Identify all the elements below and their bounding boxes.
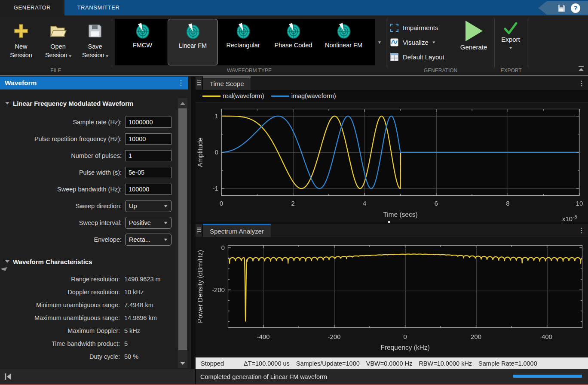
characteristic-row: Time-bandwidth product:5 (0, 337, 178, 350)
tab-transmitter[interactable]: TRANSMITTER (64, 0, 132, 15)
spectrum-tabbar: Spectrum Analyzer ⋮ (196, 224, 588, 237)
waveform-type-nonlinear-fm[interactable]: Nonlinear FM (318, 19, 369, 65)
spectrum-plot[interactable] (196, 237, 588, 357)
field-label: Sweep bandwidth (Hz): (0, 186, 122, 193)
chevron-down-icon[interactable]: ▾ (106, 52, 108, 60)
file-section-label: FILE (0, 66, 112, 75)
parameter-input[interactable] (125, 184, 172, 195)
button-label: Save (77, 42, 113, 51)
visualize-button[interactable]: Visualize ▾ (390, 36, 435, 48)
visualize-icon (390, 38, 398, 46)
layout-grid-icon (390, 53, 398, 61)
export-section-label: EXPORT (495, 66, 527, 75)
button-label: Default Layout (403, 53, 444, 61)
radar-icon (185, 23, 201, 40)
characteristic-row: Minimum unambiguous range:7.4948 km (0, 299, 178, 311)
field-label: Sweep direction: (0, 203, 122, 209)
lfm-section-header[interactable]: Linear Frequency Modulated Waveform (5, 98, 178, 108)
legend-label: imag(waveform) (291, 92, 336, 99)
field-label: Sample rate (Hz): (0, 119, 122, 126)
characteristic-value: 7.4948 km (124, 302, 153, 308)
button-label: Export (495, 36, 526, 43)
characteristic-label: Duty cycle: (0, 353, 120, 360)
tab-generator[interactable]: GENERATOR (0, 0, 64, 15)
export-button[interactable]: Export ▾ (495, 22, 526, 50)
spectrum-status-bar: Stopped ΔT=100.0000 usSamples/Update=100… (196, 357, 588, 369)
time-scope-plot[interactable] (196, 102, 588, 222)
collapse-arrow-icon (5, 102, 9, 105)
waveform-type-section-label: WAVEFORM TYPE (113, 66, 386, 75)
button-label: Visualize (403, 39, 429, 46)
tile-label: FMCW (117, 41, 168, 50)
skip-to-start-icon[interactable] (4, 373, 12, 381)
generate-button[interactable]: Generate (456, 20, 491, 51)
tile-label: Rectangular (218, 41, 268, 50)
characteristic-value: 50 % (124, 353, 138, 360)
section-divider (527, 19, 527, 67)
button-label: Session ▾ (77, 51, 113, 60)
radar-icon (336, 23, 352, 39)
section-divider (386, 19, 386, 67)
waveform-type-rectangular[interactable]: Rectangular (218, 19, 268, 65)
time-scope-menu-icon[interactable]: ⋮ (578, 77, 585, 90)
scrollbar-thumb[interactable] (178, 108, 187, 350)
spectrum-run-state: Stopped (201, 360, 244, 367)
parameter-dropdown[interactable]: Recta...▼ (125, 234, 172, 246)
parameter-input[interactable] (125, 133, 172, 145)
parameter-dropdown[interactable]: Positive▼ (125, 217, 172, 229)
chevron-down-icon[interactable]: ▾ (509, 46, 512, 50)
status-bar-left (0, 369, 196, 384)
radar-icon (286, 23, 301, 39)
save-session-button[interactable]: Save Session ▾ (77, 19, 113, 65)
open-session-button[interactable]: Open Session ▾ (40, 19, 77, 65)
characteristics-section-header[interactable]: Waveform Characteristics (5, 256, 178, 267)
waveform-type-phase-coded[interactable]: Phase Coded (268, 19, 318, 65)
parameter-input[interactable] (125, 117, 172, 128)
panel-scrollbar[interactable] (178, 98, 187, 368)
legend-label: real(waveform) (223, 92, 264, 99)
legend-entry: imag(waveform) (271, 92, 336, 99)
gallery-expand-button[interactable]: ▼ (376, 19, 383, 65)
tab-time-scope[interactable]: Time Scope (203, 77, 251, 90)
waveform-type-linear-fm[interactable]: Linear FM (168, 19, 218, 65)
parameter-input[interactable] (125, 167, 172, 178)
panel-menu-icon[interactable]: ⋮ (178, 77, 184, 89)
default-layout-button[interactable]: Default Layout (390, 51, 444, 63)
radar-waveform-generator-app: GENERATOR TRANSMITTER ? New Session (0, 0, 588, 385)
chevron-down-icon[interactable]: ▾ (69, 52, 71, 60)
spectrum-status-item: Samples/Update=1000 (296, 360, 360, 367)
section-title: Linear Frequency Modulated Waveform (13, 100, 133, 107)
form-row: Pulse width (s): (0, 164, 178, 181)
parameter-dropdown[interactable]: Up▼ (125, 200, 172, 212)
characteristic-value: 1498.9623 m (124, 276, 161, 283)
form-row: Number of pulses: (0, 147, 178, 164)
save-icon[interactable] (557, 4, 566, 12)
tab-spectrum-analyzer[interactable]: Spectrum Analyzer (203, 224, 271, 237)
waveform-type-fmcw[interactable]: FMCW (117, 19, 168, 65)
drag-grip-icon[interactable] (196, 77, 203, 89)
plus-icon (3, 22, 40, 40)
app-status-bar: Completed generation of Linear FM wavefo… (0, 369, 588, 384)
chevron-down-icon: ▾ (432, 40, 435, 44)
new-session-button[interactable]: New Session (3, 19, 40, 65)
drag-grip-icon[interactable] (196, 224, 203, 237)
plots-area: Time Scope ⋮ real(waveform)imag(waveform… (191, 77, 588, 369)
characteristic-row: Maximum unambiguous range:14.9896 km (0, 311, 178, 324)
ribbon: New Session Open Session ▾ (0, 15, 588, 76)
dropdown-value: Up (129, 203, 164, 209)
scroll-down-button[interactable] (178, 358, 187, 368)
button-label: Session ▾ (40, 51, 77, 60)
form-row: Sweep interval:Positive▼ (0, 214, 178, 231)
button-label: Session (3, 51, 40, 59)
spectrum-menu-icon[interactable]: ⋮ (578, 224, 585, 237)
spectrum-status-item: RBW=10.0000 kHz (419, 360, 472, 367)
help-button[interactable]: ? (571, 3, 580, 13)
impairments-button[interactable]: Impairments (390, 22, 438, 34)
scroll-up-button[interactable] (178, 98, 187, 108)
characteristic-label: Maximum unambiguous range: (0, 314, 120, 321)
collapse-ribbon-button[interactable] (578, 65, 585, 74)
chevron-down-icon: ▼ (163, 237, 168, 242)
parameter-input[interactable] (125, 150, 172, 161)
waveform-panel: Waveform ⋮ Linear Frequency Modulated Wa… (0, 77, 191, 369)
characteristic-label: Time-bandwidth product: (0, 340, 120, 347)
